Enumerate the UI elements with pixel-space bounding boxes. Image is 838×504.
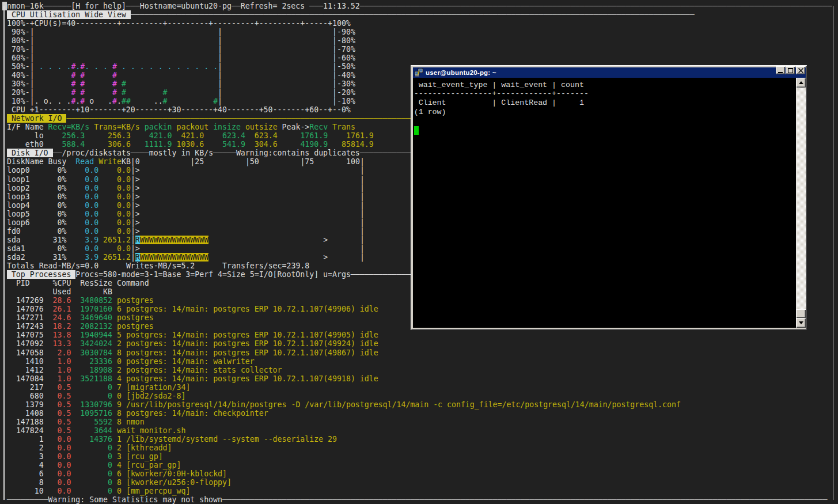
- nmon-text-run: 9 /usr/lib/postgresql/14/bin/postgres -D…: [117, 400, 681, 409]
- nmon-text-run: 0.0: [58, 469, 71, 478]
- nmon-text-run: Network I/O: [7, 114, 66, 123]
- nmon-text-run: |50: [245, 157, 259, 166]
- nmon-text-run: 1.0: [58, 366, 71, 374]
- nmon-text-run: 0.0: [85, 227, 98, 236]
- nmon-text-run: KB|0: [122, 157, 140, 166]
- nmon-text-run: 1970160: [80, 305, 112, 313]
- nmon-text-run: 0.0: [117, 166, 131, 175]
- nmon-text-run: eth0: [25, 140, 44, 149]
- nmon-text-run: 1761.9: [300, 131, 328, 140]
- nmon-text-run: 217: [30, 383, 44, 392]
- minimize-button[interactable]: [776, 66, 785, 74]
- nmon-text-run: 50%-|: [7, 62, 35, 71]
- nmon-text-run: |: [360, 184, 365, 192]
- nmon-text-run: .: [149, 62, 154, 71]
- scrollbar-track[interactable]: [796, 78, 806, 328]
- nmon-text-run: |: [131, 236, 135, 244]
- nmon-text-run: #: [163, 88, 168, 97]
- nmon-text-run: #: [122, 79, 126, 88]
- nmon-text-run: |>: [131, 166, 140, 175]
- nmon-text-run: 3521188: [80, 374, 112, 383]
- scroll-up-button[interactable]: [796, 78, 806, 88]
- nmon-text-run: |: [218, 36, 222, 45]
- nmon-text-run: #: [213, 97, 218, 105]
- nmon-text-run: 0.0: [58, 444, 71, 452]
- nmon-text-run: 85814.9: [342, 140, 374, 149]
- nmon-text-run: 0.0: [117, 218, 131, 227]
- nmon-text-run: 6: [39, 469, 44, 478]
- nmon-text-run: 147269: [16, 296, 44, 305]
- nmon-text-run: 2082132: [80, 322, 112, 331]
- nmon-text-run: 28.6: [53, 296, 71, 305]
- nmon-text-run: 26.1: [53, 305, 71, 313]
- nmon-text-run: 421.0: [181, 131, 204, 140]
- nmon-text-run: packout: [176, 123, 208, 131]
- nmon-text-run: 0%: [58, 166, 67, 175]
- nmon-text-run: 1412: [25, 366, 44, 374]
- nmon-text-run: #: [71, 79, 75, 88]
- nmon-text-run: |>: [131, 210, 140, 218]
- psql-output: wait_event_type | wait_event | count----…: [414, 81, 589, 117]
- nmon-text-run: 70%-|: [7, 45, 35, 54]
- nmon-text-run: 100%-+CPU(s)=40---------+---------+-----…: [7, 19, 351, 28]
- nmon-text-run: |25: [190, 157, 204, 166]
- nmon-text-run: 147271: [16, 313, 44, 322]
- nmon-text-run: #: [112, 97, 117, 105]
- nmon-text-run: Command: [117, 279, 149, 287]
- nmon-text-run: .: [122, 62, 126, 71]
- nmon-text-run: .: [204, 62, 208, 71]
- nmon-cursor-block: [2, 2, 7, 10]
- nmon-text-run: 0.5: [58, 409, 71, 418]
- nmon-text-run: 0%: [58, 184, 67, 192]
- nmon-text-run: 1 /lib/systemd/systemd --system --deseri…: [117, 435, 337, 444]
- nmon-text-run: .: [75, 62, 80, 71]
- nmon-text-run: loop3: [7, 192, 30, 201]
- putty-terminal[interactable]: wait_event_type | wait_event | count----…: [413, 78, 796, 328]
- putty-text-line: wait_event_type | wait_event | count: [414, 81, 589, 90]
- maximize-button[interactable]: [786, 66, 795, 74]
- close-button[interactable]: [796, 66, 805, 74]
- nmon-text-run: Transfers/sec=239.8: [222, 262, 309, 270]
- nmon-text-run: |: [218, 28, 222, 36]
- nmon-text-run: 0.0: [117, 192, 131, 201]
- putty-text-line: Client | ClientRead | 1: [414, 98, 589, 108]
- nmon-text-run: loop2: [7, 184, 30, 192]
- nmon-text-run: sda1: [7, 244, 25, 253]
- nmon-text-run: Disk I/O: [7, 149, 53, 157]
- nmon-text-run: |: [218, 71, 222, 79]
- nmon-text-run: 304.6: [255, 140, 278, 149]
- nmon-text-run: |>: [131, 184, 140, 192]
- nmon-text-run: .: [58, 97, 62, 105]
- nmon-text-run: o: [44, 97, 48, 105]
- nmon-text-run: ────────────────────────────────────────…: [131, 10, 695, 19]
- nmon-text-run: .: [185, 62, 190, 71]
- nmon-text-run: 8 postgres: 14/main: checkpointer: [117, 409, 268, 418]
- nmon-text-run: 0: [108, 487, 112, 495]
- putty-titlebar[interactable]: user@ubuntu20-pg: ~: [413, 67, 806, 78]
- nmon-text-run: 1095716: [80, 409, 112, 418]
- nmon-text-run: #: [126, 97, 131, 105]
- nmon-text-run: .: [94, 62, 98, 71]
- nmon-text-run: 541.9: [222, 140, 245, 149]
- nmon-text-run: |: [218, 62, 222, 71]
- nmon-text-run: 3469640: [80, 313, 112, 322]
- nmon-text-run: |: [360, 218, 365, 227]
- nmon-text-run: loop0: [7, 166, 30, 175]
- window-title: user@ubuntu20-pg: ~: [426, 69, 496, 76]
- nmon-text-run: .: [48, 62, 53, 71]
- nmon-text-run: 0%: [58, 227, 67, 236]
- nmon-text-run: #: [122, 97, 126, 105]
- nmon-text-run: |: [218, 45, 222, 54]
- nmon-text-run: 30%-|: [7, 79, 35, 88]
- scroll-down-button[interactable]: [796, 318, 806, 328]
- nmon-text-run: |-70%: [332, 45, 355, 54]
- scrollbar-thumb[interactable]: [796, 309, 806, 318]
- nmon-text-run: 0.0: [58, 452, 71, 461]
- nmon-text-run: fd0: [7, 227, 21, 236]
- nmon-text-run: 0.0: [58, 461, 71, 469]
- nmon-text-run: 3.9: [85, 236, 98, 244]
- nmon-text-run: outsize: [245, 123, 278, 131]
- nmon-text-run: .: [85, 62, 89, 71]
- nmon-text-run: 4 postgres: 14/main: postgres ERP 10.72.…: [117, 374, 378, 383]
- putty-window[interactable]: user@ubuntu20-pg: ~ wait_event_type | wa…: [411, 65, 807, 330]
